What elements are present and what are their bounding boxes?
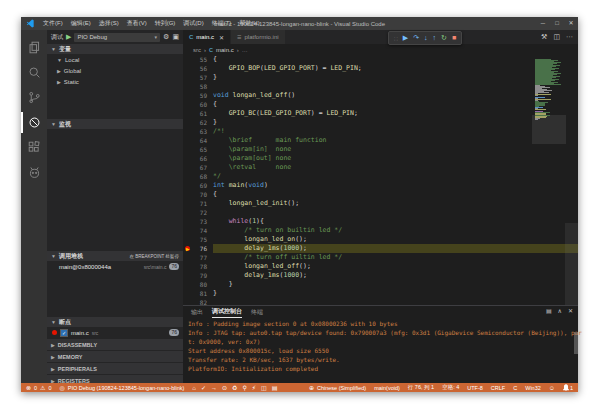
start-debug-icon[interactable]: ▶ (66, 33, 71, 41)
code-line[interactable]: 67 \retval none (183, 163, 578, 172)
gutter[interactable]: 77 (183, 253, 213, 262)
code-line[interactable]: 81} (183, 289, 578, 298)
minimap[interactable] (534, 57, 564, 305)
split-editor-icon[interactable]: ◫ (553, 33, 560, 41)
notifications-bell[interactable]: 1 (563, 384, 573, 391)
minimize-button[interactable]: ─ (536, 17, 550, 30)
breadcrumb-symbol[interactable]: … (242, 47, 248, 53)
code-line[interactable]: 80 } (183, 280, 578, 289)
pio-test-button[interactable]: ⚲ (242, 384, 246, 391)
activity-debug-icon[interactable] (21, 110, 47, 135)
close-button[interactable]: ✕ (564, 17, 578, 30)
code-line[interactable]: 65 \param[in] none (183, 145, 578, 154)
gutter[interactable]: 82 (183, 298, 213, 305)
code-line[interactable]: 62} (183, 118, 578, 127)
pio-serial-monitor-button[interactable]: ◫ (261, 384, 267, 391)
filter-icon[interactable]: ▤ (546, 307, 552, 314)
more-actions-icon[interactable]: ⋯ (566, 33, 573, 41)
activity-source-control-icon[interactable] (21, 85, 47, 110)
gutter[interactable]: 65 (183, 145, 213, 154)
gutter[interactable]: 70 (183, 190, 213, 199)
step-into-button[interactable]: ↓ (424, 32, 428, 44)
code-line[interactable]: 74 /* turn on builtin led */ (183, 226, 578, 235)
gutter[interactable]: 64 (183, 136, 213, 145)
variable-scope-static[interactable]: ▶Static (47, 76, 183, 87)
code-line[interactable]: 57} (183, 73, 578, 82)
gutter[interactable]: 56 (183, 64, 213, 73)
gutter[interactable]: 60 (183, 100, 213, 109)
section-memory[interactable]: ▶MEMORY (47, 350, 183, 362)
gutter[interactable]: 80 (183, 280, 213, 289)
eol-indicator[interactable]: CRLF (491, 385, 505, 391)
code-line[interactable]: 55{ (183, 55, 578, 64)
code-line[interactable]: 59void longan_led_off() (183, 91, 578, 100)
breadcrumb-file[interactable]: main.c (216, 47, 234, 53)
code-line[interactable]: ▶76 delay_1ms(1000); (183, 244, 578, 253)
menu-item[interactable]: 编辑(E) (67, 19, 95, 28)
gutter[interactable]: 66 (183, 154, 213, 163)
step-out-button[interactable]: ↑ (433, 32, 437, 44)
symbol-indicator[interactable]: main(void) (374, 385, 400, 391)
call-stack-section-header[interactable]: ▼ 调用堆栈 在 BREAKPOINT 处暂停 (47, 251, 183, 261)
language-indicator[interactable]: ⊕ Chinese (Simplified) (309, 384, 366, 391)
menu-item[interactable]: 查看(V) (123, 19, 151, 28)
panel-tab[interactable]: 调试控制台 (212, 306, 242, 318)
debug-config-dropdown[interactable]: PIO Debug ▾ (74, 33, 160, 42)
panel-tab[interactable]: 终端 (251, 307, 263, 318)
language-mode[interactable]: C (513, 385, 517, 391)
menu-item[interactable]: 选择(S) (95, 19, 123, 28)
scrollbar-slider[interactable] (565, 223, 578, 305)
indent-indicator[interactable]: 空格: 4 (442, 384, 459, 391)
breakpoint-checkbox[interactable]: ✓ (60, 329, 68, 337)
console-content[interactable]: Info : Padding image section 0 at 0x0800… (183, 318, 578, 383)
code-line[interactable]: 66 \param[out] none (183, 154, 578, 163)
cursor-position[interactable]: 行 76, 列 1 (408, 384, 434, 391)
code-line[interactable]: 75 longan_led_on(); (183, 235, 578, 244)
code-line[interactable]: 64 \brief main function (183, 136, 578, 145)
section-peripherals[interactable]: ▶PERIPHERALS (47, 362, 183, 374)
stop-button[interactable]: ■ (452, 32, 456, 44)
code-line[interactable]: 61 GPIO_BC(LED_GPIO_PORT) = LED_PIN; (183, 109, 578, 118)
breakpoint-row[interactable]: ✓ main.c src 76 (47, 327, 183, 338)
code-line[interactable]: 58 (183, 82, 578, 91)
gutter[interactable]: 57 (183, 73, 213, 82)
breakpoints-section-header[interactable]: ▼ 断点 (47, 317, 183, 327)
drag-handle-icon[interactable]: ∷ (394, 35, 398, 42)
code-line[interactable]: 63/*! (183, 127, 578, 136)
maximize-button[interactable]: □ (550, 17, 564, 30)
panel-tab[interactable]: 输出 (191, 307, 203, 318)
variable-scope-global[interactable]: ▶Global (47, 65, 183, 76)
gutter[interactable]: 69 (183, 181, 213, 190)
gutter[interactable]: 71 (183, 199, 213, 208)
code-line[interactable]: 78 longan_led_off(); (183, 262, 578, 271)
gutter[interactable]: 59 (183, 91, 213, 100)
gutter[interactable]: 67 (183, 163, 213, 172)
problems-indicator[interactable]: ⊗ 0 ⚠ 0 (26, 384, 52, 391)
pio-home-button[interactable]: ⌂ (192, 385, 196, 391)
gutter[interactable]: 61 (183, 109, 213, 118)
gutter[interactable]: 81 (183, 289, 213, 298)
gutter[interactable]: 68 (183, 172, 213, 181)
continue-button[interactable]: ▶ (403, 32, 408, 44)
gutter[interactable]: 62 (183, 118, 213, 127)
code-line[interactable]: 70{ (183, 190, 578, 199)
gutter[interactable]: ▶76 (183, 244, 213, 253)
debug-status-indicator[interactable]: ◎ PIO Debug (190824-123845-longan-nano-b… (60, 384, 185, 391)
code-line[interactable]: 77 /* turn off uiltin led */ (183, 253, 578, 262)
breadcrumb-src[interactable]: src (193, 47, 201, 53)
section-disassembly[interactable]: ▶DISASSEMBLY (47, 338, 183, 350)
pio-run-task-button[interactable]: ⚡ (252, 384, 256, 391)
vertical-scrollbar[interactable] (565, 55, 578, 305)
platform-indicator[interactable]: Win32 (525, 385, 541, 391)
activity-extensions-icon[interactable] (21, 135, 47, 160)
code-line[interactable]: 60{ (183, 100, 578, 109)
code-line[interactable]: 82 (183, 298, 578, 305)
feedback-smiley-icon[interactable]: ☺ (549, 385, 555, 391)
code-line[interactable]: 79 delay_1ms(1000); (183, 271, 578, 280)
gutter[interactable]: 72 (183, 208, 213, 217)
code-line[interactable]: 56 GPIO_BOP(LED_GPIO_PORT) = LED_PIN; (183, 64, 578, 73)
step-over-button[interactable]: ↷ (413, 32, 419, 44)
code-line[interactable]: 71 longan_led_init(); (183, 199, 578, 208)
gear-icon[interactable]: ⚙ (163, 33, 169, 41)
gutter[interactable]: 78 (183, 262, 213, 271)
